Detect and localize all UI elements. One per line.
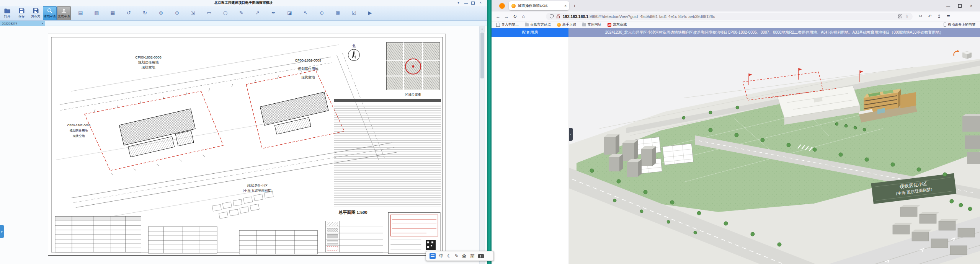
redo-icon[interactable]: ↻ [141,10,149,16]
calculator-icon[interactable]: ▦ [109,10,116,16]
floppy-pen-icon [33,8,39,13]
maximize-button[interactable] [471,2,475,5]
bookmark-mobile-devices[interactable]: 移动设备上的书签 [944,22,975,27]
tab-title: 城市操作系统UOS [518,3,562,8]
svg-text:规划居住用地: 规划居住用地 [138,60,159,64]
detection-left-panel [492,37,569,264]
bookmarks-bar: 导入书签… 火狐官方站点 新手上路 常用网址 JD京东商城 移动设备上的书签 [492,21,980,28]
share-icon[interactable]: ↥ [937,14,941,19]
maximize-button[interactable] [954,2,965,10]
bookmark-label: 导入书签… [501,22,519,27]
open-button[interactable]: 打开 [0,6,14,20]
ellipse-tool-icon[interactable]: ○ [222,10,229,16]
back-button[interactable]: ← [494,14,502,19]
history-icon[interactable]: ↶ [928,14,931,19]
document-info-icon[interactable]: ▥ [93,10,100,16]
close-button[interactable]: × [965,2,977,10]
phone-icon [944,23,946,27]
drawing-canvas[interactable]: CP00-1802-0006 规划居住用地 现状空地 CP00-1802-000… [0,26,479,264]
scroll-up-arrow[interactable]: ^ [480,27,485,32]
clipboard-approve-icon[interactable]: ☑ [350,10,358,16]
save-as-label: 另存为 [31,14,40,18]
jd-icon: JD [608,23,611,27]
zoom-out-icon[interactable]: ⊖ [173,10,181,16]
3d-viewport[interactable]: 现状居住小区 （中海 瓦尔登湖别墅） [569,37,980,264]
folder-icon [525,23,529,26]
import-icon [496,23,500,27]
qr-scan-icon[interactable] [898,15,902,18]
document-icon[interactable]: ▤ [77,10,84,16]
tertiary-table [239,230,318,254]
minimize-button[interactable] [464,2,468,4]
tab-close-icon[interactable]: × [41,22,43,25]
browser-tab[interactable]: 城市操作系统UOS × [509,1,569,10]
open-label: 打开 [4,14,10,18]
ime-fullwidth-toggle[interactable]: 全 [462,253,467,259]
keyboard-icon[interactable] [478,254,484,258]
handwriting-icon[interactable]: ✎ [455,253,459,259]
clipboard-reject-icon[interactable]: ⊠ [334,10,341,16]
site-plan-sheet: CP00-1802-0006 规划居住用地 现状空地 CP00-1802-000… [48,34,446,256]
scrollbar-thumb[interactable] [480,33,484,78]
viewport-panel-handle[interactable]: ‹ [569,128,573,141]
moon-icon[interactable]: ☾ [447,253,451,259]
rectangle-tool-icon[interactable]: ▭ [206,10,213,16]
screenshot-icon[interactable]: ✂ [919,14,922,19]
home-button[interactable]: ⌂ [519,14,528,19]
uos-page: 配套用房 20241230_北京市昌平区小沙河村及周边地块棚户区改造和环境整治项… [492,28,980,264]
close-button[interactable]: × [478,1,483,5]
menu-icon[interactable]: ≡ [947,14,950,19]
nav-tab-supporting-housing[interactable]: 配套用房 [492,28,568,37]
bookmark-import[interactable]: 导入书签… [496,22,519,27]
window-title: 北京市工程建设项目电子图纸报审模块 [0,0,487,6]
cad-vertical-scrollbar[interactable]: ^ [479,26,485,264]
pen-tool-icon[interactable]: ✒ [270,10,277,16]
minimize-button[interactable]: — [942,2,954,10]
indicator-table [55,216,141,252]
forward-button[interactable]: → [502,14,511,19]
desktop: 北京市工程建设项目电子图纸报审模块 ▾ × 打开 保存 另存为 [0,0,980,264]
save-button[interactable]: 保存 [15,6,28,20]
title-block [388,212,440,254]
firefox-logo-icon [499,3,505,9]
cad-review-window: 北京市工程建设项目电子图纸报审模块 ▾ × 打开 保存 另存为 [0,0,487,264]
video-icon[interactable]: ▶ [366,10,374,16]
finish-review-button[interactable]: 完成审查 [57,6,71,20]
eraser-tool-icon[interactable]: ◪ [286,10,293,16]
sidebar-expand-handle[interactable]: ▸ [0,225,4,238]
tab-favicon [511,4,516,8]
browser-navbar: ← → ↻ ⌂ 192.163.160.1:9980/#/detectionVi… [492,11,980,21]
svg-text:CP00-1802-0005: CP00-1802-0005 [67,124,90,127]
theme-icon[interactable]: ▾ [456,1,461,5]
select-cursor-icon[interactable]: ↖ [302,10,309,16]
bookmark-star-icon[interactable]: ☆ [905,14,909,19]
reload-button[interactable]: ↻ [511,14,519,19]
ime-simplified-toggle[interactable]: 简 [470,253,475,259]
svg-text:现状空地: 现状空地 [301,75,315,79]
save-as-button[interactable]: 另存为 [29,6,42,20]
bookmark-firefox-folder[interactable]: 火狐官方站点 [525,22,551,27]
ime-mode-toggle[interactable]: 中 [439,253,444,259]
document-tab[interactable]: 202203274 × [0,21,45,26]
arrow-tool-icon[interactable]: ↗ [254,10,261,16]
doc-search-icon[interactable]: ⊙ [318,10,325,16]
url-bar[interactable]: 192.163.160.1:9980/#/detectionView?guid=… [546,13,913,20]
pencil-tool-icon[interactable]: ✎ [238,10,245,16]
new-tab-button[interactable]: + [573,3,576,9]
tab-close-icon[interactable]: × [564,4,567,8]
svg-text:规划居住用地: 规划居住用地 [298,67,318,71]
undo-icon[interactable]: ↺ [125,10,132,16]
location-map-caption: 区域位置图 [405,93,421,96]
compass-gizmo[interactable] [952,48,972,60]
zoom-in-icon[interactable]: ⊕ [157,10,165,16]
bookmark-label: 新手上路 [562,22,576,27]
secondary-table [148,227,217,253]
bookmark-getting-started[interactable]: 新手上路 [557,22,576,27]
bookmark-jd[interactable]: JD京东商城 [608,22,627,27]
city-3d-scene: 现状居住小区 （中海 瓦尔登湖别墅） [569,37,980,264]
fit-view-icon[interactable]: ⇲ [189,10,197,16]
bookmark-common-sites-folder[interactable]: 常用网址 [582,22,601,27]
assist-review-button[interactable]: 辅助审查 [43,6,57,20]
ime-logo-icon[interactable] [430,253,436,259]
floppy-icon [18,8,24,13]
